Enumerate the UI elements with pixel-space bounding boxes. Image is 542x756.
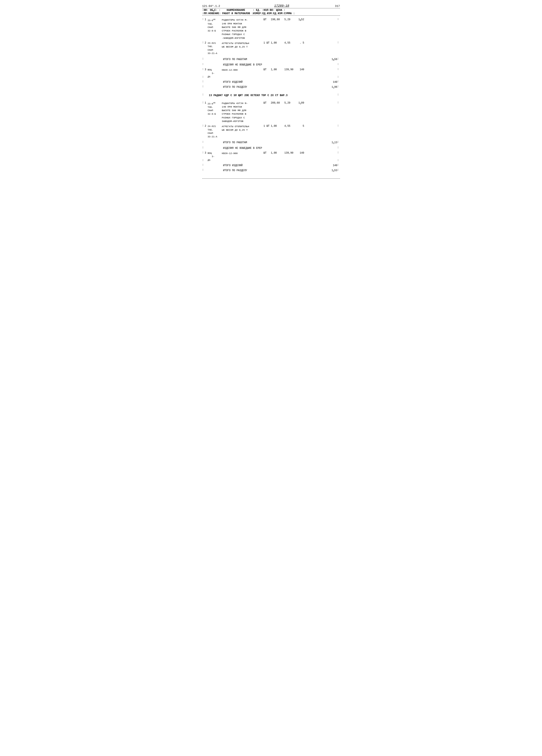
item-row-2-1: : 1 23-646ТАБ.СНиП32-9-Б РАДИАТОРЫ 4УГУН…: [202, 101, 340, 124]
izdelie-summa-1-3: 140: [294, 68, 304, 71]
izdelie-item-content-1-3: 3 ВОЦ 3- КВ20-12-900 ШТ 1,00 139,90 140: [205, 68, 338, 75]
top-code: 121-04³.1.2: [202, 5, 220, 8]
subtotal-section-2: : ИТОГО ПО РАЗДЕЛУ 1253 :: [202, 168, 340, 173]
izdelie-desc-1-3: КВ20-12-900: [222, 68, 263, 72]
right-dot: :: [338, 41, 340, 44]
item-kol-2-2: 1,00: [271, 125, 285, 128]
subtotal-section-value-1: 1196: [325, 86, 338, 89]
left-dot: :: [202, 93, 205, 96]
subtotal-izdelie-value-2: 140: [325, 164, 338, 167]
left-dot: :: [202, 163, 205, 166]
section-2: : 13 РАДИАТ КДР С ЗЛ ЩИТ 2ОЕ ОСТЕКЛ ТОР …: [202, 93, 340, 178]
item-row-1-1: : 1 23-646ТАБ.СНиП32-9-Б РАДИАТОРЫ 4УГУН…: [202, 18, 340, 40]
left-dot: :: [202, 80, 205, 83]
subtotal-izdelie-label-1: ИТОГО ИЗДЕЛИЙ: [223, 81, 325, 84]
right-dot: :: [338, 101, 340, 104]
left-dot: :: [202, 63, 205, 66]
izdelie-ref-1-3: ВОЦ 3-: [208, 68, 222, 75]
item-cena-2: 4,55: [285, 41, 294, 44]
subtotal-izdelie-content-1: ИТОГО ИЗДЕЛИЙ 140: [205, 80, 338, 84]
izdelie-item-content-2-3: 3 ВОЦ 3- КВ20-12-900 ШТ 1,00 139,90 140: [205, 151, 338, 159]
item-desc-2-1: РАДИАТОРЫ 4УГУН М-140 ПРИ МОНТАЖВЫСОТЕ 5…: [222, 102, 263, 123]
item-row-1-2: : 2 24-621ТАБ.СНиП33-21-А АГРЕГАТЫ ОТОПИ…: [202, 41, 340, 56]
left-dot: :: [202, 41, 205, 44]
subtotal-section-content-2: ИТОГО ПО РАЗДЕЛУ 1253: [205, 168, 338, 173]
item-desc-1: РАДИАТОРЫ 4УГУН М-140 ПРИ МОНТАЖВЫСОТЕ 5…: [222, 18, 263, 40]
subtotal-section-content-1: ИТОГО ПО РАЗДЕЛУ 1196: [205, 85, 338, 90]
header-divider: [202, 15, 340, 16]
izdelie-header-content-2: ИЗДЕЛИЯ НЕ ВОШЕДШИЕ В ЕРЕР: [205, 146, 338, 150]
izdelie-ed-2-3: ШТ: [263, 152, 271, 154]
section-1: : 1 23-646ТАБ.СНиП32-9-Б РАДИАТОРЫ 4УГУН…: [202, 18, 340, 93]
top-divider: [202, 8, 340, 8]
izdelie-kol-2-3: 1,00: [271, 152, 285, 154]
izdelie-header-2: : ИЗДЕЛИЯ НЕ ВОШЕДШИЕ В ЕРЕР :: [202, 146, 340, 150]
right-dot: :: [338, 85, 340, 88]
left-dot: :: [202, 101, 205, 104]
item-cena-1: 5,29: [285, 18, 294, 21]
subtotal-works-content-2: ИТОГО ПО РАБОТАМ 1113: [205, 140, 338, 145]
izdelie-kol-1-3: 1,00: [271, 68, 285, 71]
left-dot: :: [202, 18, 205, 21]
item-kol-2-1: 209,60: [271, 102, 285, 104]
item-num-2: 2: [205, 41, 208, 44]
subtotal-works-value-1: 1056: [325, 58, 338, 61]
subtotal-izdelie-content-2: ИТОГО ИЗДЕЛИЙ 140: [205, 163, 338, 168]
table-header: :НН: ОБnС- : НАИМЕНОВАНИЕ : ЕД. :КОЛ-ВО:…: [202, 9, 340, 15]
izdelie-cena-2-3: 139,90: [285, 152, 294, 154]
izdelie-desc-2-3: КВ20-12-900: [222, 152, 263, 155]
header-row2: :ПП:НОВЕНИЕ: РАБОТ И МАТЕРИАЛОВ :ИЗМЕР:Е…: [202, 12, 340, 15]
subtotal-works-label-1: ИТОГО ПО РАБОТАМ: [223, 58, 325, 61]
left-dot: :: [202, 168, 205, 171]
section-title-2: : 13 РАДИАТ КДР С ЗЛ ЩИТ 2ОЕ ОСТЕКЛ ТОР …: [202, 93, 340, 98]
right-dot: :: [338, 168, 340, 171]
item-ed-1: ШТ: [263, 18, 271, 21]
right-dot: :: [338, 80, 340, 83]
item-desc-2: АГРЕГАТЫ ОТОПИТЕЛЬНЫЕ ВЕСОМ ДО 0,25 Т: [222, 41, 263, 49]
subtotal-section-label-2: ИТОГО ПО РАЗДЕЛУ: [223, 169, 325, 172]
right-dot: :: [338, 63, 340, 66]
left-dot: :: [202, 75, 205, 78]
izdelie-cena-1-3: 139,90: [285, 68, 294, 71]
page-num: 317: [335, 5, 340, 8]
subtotal-works-value-2: 1113: [325, 141, 338, 144]
izdelie-num-1-3: 3: [205, 68, 208, 71]
item-ref-2: 24-621ТАБ.СНиП33-21-А: [208, 41, 222, 55]
item-ed-2-2: 1 ШТ: [263, 125, 271, 128]
subtotal-izdelie-1: : ИТОГО ИЗДЕЛИЙ 140 :: [202, 80, 340, 84]
izdelie-ref-extra-1: : ДА :: [202, 75, 340, 78]
item-summa-1: 1052: [294, 18, 304, 21]
right-dot: :: [338, 57, 340, 60]
section-title-text-2: 13 РАДИАТ КДР С ЗЛ ЩИТ 2ОЕ ОСТЕКЛ ТОР С …: [209, 94, 338, 97]
izdelie-header-label-2: ИЗДЕЛИЯ НЕ ВОШЕДШИЕ В ЕРЕР: [223, 147, 338, 150]
left-dot: :: [202, 146, 205, 149]
item-summa-2-1: 1109: [294, 102, 304, 105]
izdelie-ref-da-1: ДА: [208, 75, 338, 78]
subtotal-izdelie-value-1: 140: [325, 81, 338, 84]
left-dot: :: [202, 151, 205, 154]
left-dot: :: [202, 140, 205, 143]
left-dot: :: [202, 85, 205, 88]
subtotal-izdelie-2: : ИТОГО ИЗДЕЛИЙ 140 :: [202, 163, 340, 168]
subtotal-section-1: : ИТОГО ПО РАЗДЕЛУ 1196 :: [202, 85, 340, 90]
right-dot: :: [338, 75, 340, 78]
right-dot: :: [338, 151, 340, 154]
izdelie-ref-extra-2: : ДА :: [202, 159, 340, 162]
item-num-1: 1: [205, 18, 208, 21]
item-ed-2-1: ШТ: [263, 102, 271, 104]
item-kol-1: 198,80: [271, 18, 285, 21]
section-title-content-2: 13 РАДИАТ КДР С ЗЛ ЩИТ 2ОЕ ОСТЕКЛ ТОР С …: [205, 93, 338, 98]
left-dot: :: [202, 68, 205, 71]
item-cena-2-2: 4,55: [285, 125, 294, 128]
izdelie-summa-2-3: 140: [294, 152, 304, 154]
right-dot: :: [338, 140, 340, 143]
subtotal-works-2: : ИТОГО ПО РАБОТАМ 1113 :: [202, 140, 340, 145]
item-content-2-2: 2 24-621ТАБ.СНиП33-21-А АГРЕГАТЫ ОТОПИТЕ…: [205, 124, 338, 139]
right-dot: :: [338, 18, 340, 21]
izdelie-ref-extra-content-1: ДА: [205, 75, 338, 78]
izdelie-ref-2-3: ВОЦ 3-: [208, 152, 222, 158]
doc-id: 17289-18: [228, 4, 335, 8]
page: 121-04³.1.2 17289-18 317 :НН: ОБnС- : НА…: [202, 4, 340, 179]
item-ref-2-1: 23-646ТАБ.СНиП32-9-Б: [208, 102, 222, 116]
header-row1: :НН: ОБnС- : НАИМЕНОВАНИЕ : ЕД. :КОЛ-ВО:…: [202, 9, 340, 12]
